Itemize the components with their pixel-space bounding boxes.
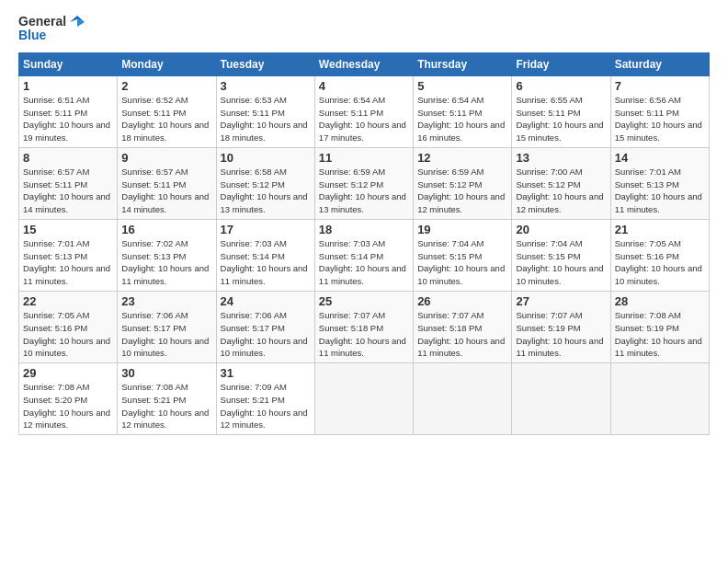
- calendar-cell: 17Sunrise: 7:03 AMSunset: 5:14 PMDayligh…: [216, 219, 314, 291]
- calendar-cell: 22Sunrise: 7:05 AMSunset: 5:16 PMDayligh…: [19, 291, 118, 362]
- day-number: 6: [516, 79, 606, 93]
- day-info: Sunrise: 7:05 AMSunset: 5:16 PMDaylight:…: [615, 237, 705, 288]
- day-number: 3: [221, 79, 311, 93]
- day-number: 29: [23, 366, 113, 380]
- calendar-cell: [414, 363, 512, 435]
- day-info: Sunrise: 6:52 AMSunset: 5:11 PMDaylight:…: [121, 94, 211, 144]
- day-number: 4: [319, 79, 409, 93]
- day-info: Sunrise: 7:08 AMSunset: 5:20 PMDaylight:…: [23, 381, 113, 431]
- calendar-cell: 2Sunrise: 6:52 AMSunset: 5:11 PMDaylight…: [118, 75, 216, 147]
- calendar-cell: 27Sunrise: 7:07 AMSunset: 5:19 PMDayligh…: [512, 291, 610, 362]
- day-info: Sunrise: 6:54 AMSunset: 5:11 PMDaylight:…: [417, 94, 507, 144]
- day-info: Sunrise: 6:56 AMSunset: 5:11 PMDaylight:…: [615, 94, 705, 144]
- calendar-cell: 15Sunrise: 7:01 AMSunset: 5:13 PMDayligh…: [19, 219, 118, 291]
- day-number: 22: [23, 294, 113, 308]
- calendar-cell: 11Sunrise: 6:59 AMSunset: 5:12 PMDayligh…: [314, 147, 413, 219]
- logo-general: General: [18, 15, 66, 29]
- day-info: Sunrise: 6:51 AMSunset: 5:11 PMDaylight:…: [23, 94, 113, 144]
- calendar-cell: 10Sunrise: 6:58 AMSunset: 5:12 PMDayligh…: [216, 147, 314, 219]
- calendar-week-1: 1Sunrise: 6:51 AMSunset: 5:11 PMDaylight…: [19, 75, 710, 147]
- day-info: Sunrise: 6:59 AMSunset: 5:12 PMDaylight:…: [319, 166, 409, 216]
- calendar-cell: 8Sunrise: 6:57 AMSunset: 5:11 PMDaylight…: [19, 147, 118, 219]
- day-number: 7: [615, 79, 705, 93]
- calendar-cell: 16Sunrise: 7:02 AMSunset: 5:13 PMDayligh…: [118, 219, 216, 291]
- day-number: 19: [417, 223, 507, 236]
- day-number: 10: [221, 151, 311, 165]
- calendar-cell: [512, 363, 610, 435]
- calendar-cell: 23Sunrise: 7:06 AMSunset: 5:17 PMDayligh…: [118, 291, 216, 362]
- day-info: Sunrise: 7:07 AMSunset: 5:19 PMDaylight:…: [516, 309, 606, 360]
- day-number: 31: [221, 366, 311, 380]
- day-number: 21: [615, 223, 705, 236]
- calendar-week-4: 22Sunrise: 7:05 AMSunset: 5:16 PMDayligh…: [19, 291, 710, 362]
- day-number: 9: [121, 151, 211, 165]
- calendar-cell: 28Sunrise: 7:08 AMSunset: 5:19 PMDayligh…: [610, 291, 709, 362]
- day-info: Sunrise: 6:57 AMSunset: 5:11 PMDaylight:…: [23, 166, 113, 216]
- day-number: 16: [121, 223, 211, 236]
- calendar-cell: 19Sunrise: 7:04 AMSunset: 5:15 PMDayligh…: [414, 219, 512, 291]
- day-info: Sunrise: 6:55 AMSunset: 5:11 PMDaylight:…: [516, 94, 606, 144]
- day-info: Sunrise: 7:00 AMSunset: 5:12 PMDaylight:…: [516, 166, 606, 216]
- day-number: 24: [221, 294, 311, 308]
- calendar-cell: 14Sunrise: 7:01 AMSunset: 5:13 PMDayligh…: [610, 147, 709, 219]
- day-info: Sunrise: 6:54 AMSunset: 5:11 PMDaylight:…: [319, 94, 409, 144]
- day-number: 15: [23, 223, 113, 236]
- day-info: Sunrise: 7:05 AMSunset: 5:16 PMDaylight:…: [23, 309, 113, 360]
- weekday-header-monday: Monday: [118, 52, 216, 75]
- day-info: Sunrise: 7:06 AMSunset: 5:17 PMDaylight:…: [121, 309, 211, 360]
- calendar-cell: 5Sunrise: 6:54 AMSunset: 5:11 PMDaylight…: [414, 75, 512, 147]
- calendar-week-3: 15Sunrise: 7:01 AMSunset: 5:13 PMDayligh…: [19, 219, 710, 291]
- calendar-cell: 7Sunrise: 6:56 AMSunset: 5:11 PMDaylight…: [610, 75, 709, 147]
- day-number: 2: [121, 79, 211, 93]
- calendar-cell: 29Sunrise: 7:08 AMSunset: 5:20 PMDayligh…: [19, 363, 118, 435]
- calendar-cell: 31Sunrise: 7:09 AMSunset: 5:21 PMDayligh…: [216, 363, 314, 435]
- calendar-page: General Blue SundayMondayTuesdayWednesda…: [0, 0, 728, 563]
- calendar-week-2: 8Sunrise: 6:57 AMSunset: 5:11 PMDaylight…: [19, 147, 710, 219]
- calendar-cell: 20Sunrise: 7:04 AMSunset: 5:15 PMDayligh…: [512, 219, 610, 291]
- day-info: Sunrise: 7:07 AMSunset: 5:18 PMDaylight:…: [319, 309, 409, 360]
- calendar-cell: 1Sunrise: 6:51 AMSunset: 5:11 PMDaylight…: [19, 75, 118, 147]
- day-info: Sunrise: 7:03 AMSunset: 5:14 PMDaylight:…: [221, 237, 311, 288]
- calendar-cell: 9Sunrise: 6:57 AMSunset: 5:11 PMDaylight…: [118, 147, 216, 219]
- calendar-cell: [610, 363, 709, 435]
- day-number: 28: [615, 294, 705, 308]
- day-info: Sunrise: 7:08 AMSunset: 5:21 PMDaylight:…: [121, 381, 211, 431]
- day-number: 17: [221, 223, 311, 236]
- calendar-week-5: 29Sunrise: 7:08 AMSunset: 5:20 PMDayligh…: [19, 363, 710, 435]
- calendar-cell: 26Sunrise: 7:07 AMSunset: 5:18 PMDayligh…: [414, 291, 512, 362]
- logo-blue: Blue: [18, 29, 46, 42]
- day-number: 27: [516, 294, 606, 308]
- day-number: 5: [417, 79, 507, 93]
- day-number: 26: [417, 294, 507, 308]
- day-info: Sunrise: 7:01 AMSunset: 5:13 PMDaylight:…: [23, 237, 113, 288]
- calendar-cell: 21Sunrise: 7:05 AMSunset: 5:16 PMDayligh…: [610, 219, 709, 291]
- header: General Blue: [18, 15, 710, 43]
- calendar-cell: [314, 363, 413, 435]
- day-info: Sunrise: 7:01 AMSunset: 5:13 PMDaylight:…: [615, 166, 705, 216]
- calendar-cell: 18Sunrise: 7:03 AMSunset: 5:14 PMDayligh…: [314, 219, 413, 291]
- day-number: 8: [23, 151, 113, 165]
- day-number: 14: [615, 151, 705, 165]
- calendar-cell: 12Sunrise: 6:59 AMSunset: 5:12 PMDayligh…: [414, 147, 512, 219]
- weekday-header-thursday: Thursday: [414, 52, 512, 75]
- weekday-header-sunday: Sunday: [19, 52, 118, 75]
- day-number: 23: [121, 294, 211, 308]
- day-info: Sunrise: 7:09 AMSunset: 5:21 PMDaylight:…: [221, 381, 311, 431]
- logo-container: General Blue: [18, 15, 85, 43]
- calendar-cell: 30Sunrise: 7:08 AMSunset: 5:21 PMDayligh…: [118, 363, 216, 435]
- day-number: 25: [319, 294, 409, 308]
- day-info: Sunrise: 6:58 AMSunset: 5:12 PMDaylight:…: [221, 166, 311, 216]
- header-row: SundayMondayTuesdayWednesdayThursdayFrid…: [19, 52, 710, 75]
- day-number: 11: [319, 151, 409, 165]
- day-number: 13: [516, 151, 606, 165]
- calendar-cell: 3Sunrise: 6:53 AMSunset: 5:11 PMDaylight…: [216, 75, 314, 147]
- logo-bird-icon: [68, 16, 85, 29]
- weekday-header-tuesday: Tuesday: [216, 52, 314, 75]
- day-number: 30: [121, 366, 211, 380]
- day-number: 18: [319, 223, 409, 236]
- day-info: Sunrise: 7:06 AMSunset: 5:17 PMDaylight:…: [221, 309, 311, 360]
- day-number: 20: [516, 223, 606, 236]
- calendar-cell: 13Sunrise: 7:00 AMSunset: 5:12 PMDayligh…: [512, 147, 610, 219]
- calendar-cell: 24Sunrise: 7:06 AMSunset: 5:17 PMDayligh…: [216, 291, 314, 362]
- weekday-header-saturday: Saturday: [610, 52, 709, 75]
